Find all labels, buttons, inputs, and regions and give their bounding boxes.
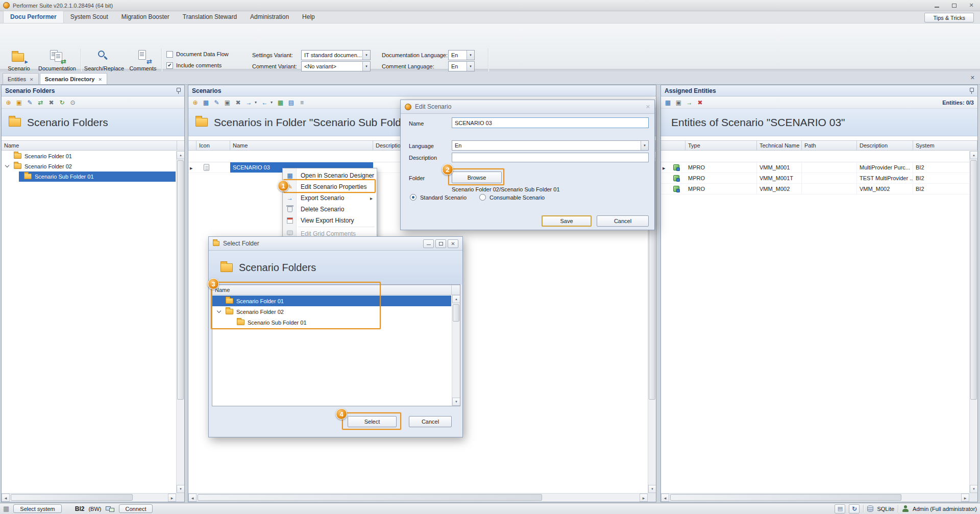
edit-properties-icon[interactable]: ✎ (212, 97, 222, 107)
column-header-description[interactable]: Description (857, 141, 913, 150)
rename-folder-icon[interactable]: ✎ (25, 97, 35, 107)
ribbon-tab-migration-booster[interactable]: Migration Booster (115, 11, 176, 23)
tab-close-icon[interactable] (30, 76, 34, 82)
entity-row[interactable]: MPRO VMM_M001 MultiProvider Purc... BI2 (661, 162, 969, 173)
chevron-down-icon[interactable] (362, 62, 370, 71)
history-icon[interactable]: ⊙ (68, 97, 78, 107)
settings-variant-select[interactable]: IT standard documen... (301, 50, 371, 60)
chevron-down-icon[interactable] (467, 62, 474, 71)
chevron-down-icon[interactable] (362, 51, 370, 60)
menu-item-open-in-scenario-designer[interactable]: Open in Scenario Designer (283, 170, 376, 181)
scroll-left-icon[interactable] (661, 494, 669, 502)
horizontal-scrollbar[interactable] (188, 493, 648, 502)
entity-row[interactable]: MPRO VMM_M002 VMM_M002 BI2 (661, 184, 969, 194)
entity-type-cell[interactable]: MPRO (685, 162, 757, 173)
scroll-left-icon[interactable] (2, 494, 10, 502)
standard-scenario-radio[interactable] (410, 194, 416, 201)
new-folder-icon[interactable]: ⊕ (4, 97, 13, 107)
entity-technical-name-cell[interactable]: VMM_M001 (757, 162, 802, 173)
close-icon[interactable] (448, 239, 458, 248)
close-icon[interactable] (963, 0, 980, 11)
tab-scenario-directory[interactable]: Scenario Directory (40, 73, 107, 84)
scroll-down-icon[interactable] (452, 398, 460, 406)
scroll-up-icon[interactable] (452, 295, 460, 303)
scroll-left-icon[interactable] (188, 494, 197, 502)
entity-system-cell[interactable]: BI2 (913, 173, 977, 183)
entity-technical-name-cell[interactable]: VMM_M002 (757, 184, 802, 194)
tree-row-scenario-folder-01[interactable]: Scenario Folder 01 (212, 296, 451, 306)
save-button[interactable]: Save (542, 215, 592, 227)
scroll-up-icon[interactable] (177, 151, 185, 159)
scroll-down-icon[interactable] (970, 485, 978, 493)
include-comments-checkbox[interactable]: Include comments (166, 61, 222, 69)
entity-path-cell[interactable] (802, 162, 857, 173)
delete-scenario-icon[interactable]: ✖ (233, 97, 243, 107)
tree-row-scenario-folder-02[interactable]: Scenario Folder 02 (212, 306, 451, 317)
select-button[interactable]: Select (348, 416, 397, 427)
checkbox-box[interactable] (166, 62, 173, 69)
vertical-scrollbar[interactable] (969, 151, 977, 493)
scroll-right-icon[interactable] (640, 494, 648, 502)
column-header-type[interactable]: Type (685, 141, 757, 150)
copy-entities-icon[interactable]: ▣ (674, 97, 683, 107)
new-subfolder-icon[interactable]: ▣ (14, 97, 24, 107)
entity-system-cell[interactable]: BI2 (913, 162, 977, 173)
delete-folder-icon[interactable]: ✖ (46, 97, 56, 107)
scroll-right-icon[interactable] (168, 494, 176, 502)
tree-row-scenario-sub-folder-01[interactable]: Scenario Sub Folder 01 (212, 317, 451, 328)
scrollbar-thumb[interactable] (11, 494, 133, 501)
minimize-icon[interactable] (423, 239, 434, 248)
close-document-icon[interactable] (970, 75, 975, 81)
comment-language-select[interactable]: En (448, 61, 475, 71)
ribbon-tab-administration[interactable]: Administration (243, 11, 296, 23)
scroll-down-icon[interactable] (648, 485, 656, 493)
description-field[interactable] (452, 153, 649, 162)
vertical-scrollbar[interactable] (176, 151, 184, 493)
entity-path-cell[interactable] (802, 184, 857, 194)
menu-item-delete-scenario[interactable]: Delete Scenario (283, 204, 376, 215)
entity-row[interactable]: MPRO VMM_M001T TEST MultiProvider ... BI… (661, 173, 969, 184)
tree-row-scenario-folder-02[interactable]: Scenario Folder 02 (2, 161, 176, 172)
entity-description-cell[interactable]: MultiProvider Purc... (857, 162, 913, 173)
close-icon[interactable] (646, 103, 650, 110)
expand-chevron-icon[interactable] (5, 163, 9, 167)
tips-and-tricks-button[interactable]: Tips & Tricks (924, 13, 974, 22)
cancel-button[interactable]: Cancel (409, 416, 452, 427)
cancel-button[interactable]: Cancel (597, 215, 649, 227)
browse-button[interactable]: Browse (452, 172, 502, 183)
entity-system-cell[interactable]: BI2 (913, 184, 977, 194)
import-scenario-icon[interactable]: ← (260, 97, 270, 107)
copy-scenario-icon[interactable]: ▣ (223, 97, 232, 107)
system-name[interactable]: BI2 (75, 505, 85, 512)
column-header-technical-name[interactable]: Technical Name (757, 141, 802, 150)
scroll-down-icon[interactable] (177, 485, 185, 493)
checkbox-box[interactable] (166, 51, 173, 58)
horizontal-scrollbar[interactable] (2, 493, 176, 502)
move-folder-icon[interactable]: ⇄ (36, 97, 45, 107)
pin-icon[interactable] (969, 87, 974, 94)
ribbon-tab-translation-steward[interactable]: Translation Steward (176, 11, 243, 23)
scrollbar-thumb[interactable] (198, 494, 542, 501)
scroll-up-icon[interactable] (970, 151, 978, 159)
export-scenario-icon[interactable]: → (244, 97, 254, 107)
entity-description-cell[interactable]: TEST MultiProvider ... (857, 173, 913, 183)
dialog-title-bar[interactable]: Edit Scenario (401, 100, 654, 114)
column-header-icon[interactable]: Icon (197, 141, 230, 150)
export-dropdown-icon[interactable] (255, 97, 259, 107)
ribbon-tab-docu-performer[interactable]: Docu Performer (3, 11, 64, 23)
scrollbar-thumb[interactable] (970, 160, 977, 400)
horizontal-scrollbar[interactable] (661, 493, 969, 502)
export-entities-icon[interactable]: → (684, 97, 694, 107)
name-field[interactable] (452, 117, 649, 128)
grid-view-icon[interactable]: ▤ (286, 97, 296, 107)
maximize-icon[interactable] (435, 239, 446, 248)
import-dropdown-icon[interactable] (271, 97, 275, 107)
report-icon[interactable]: ≡ (297, 97, 307, 107)
column-header-name[interactable]: Name (212, 285, 452, 295)
scrollbar-thumb[interactable] (453, 304, 459, 322)
ribbon-tab-system-scout[interactable]: System Scout (64, 11, 115, 23)
scrollbar-thumb[interactable] (177, 160, 184, 400)
pin-icon[interactable] (176, 87, 181, 94)
documentation-language-select[interactable]: En (448, 50, 475, 60)
menu-item-view-export-history[interactable]: View Export History (283, 215, 376, 226)
